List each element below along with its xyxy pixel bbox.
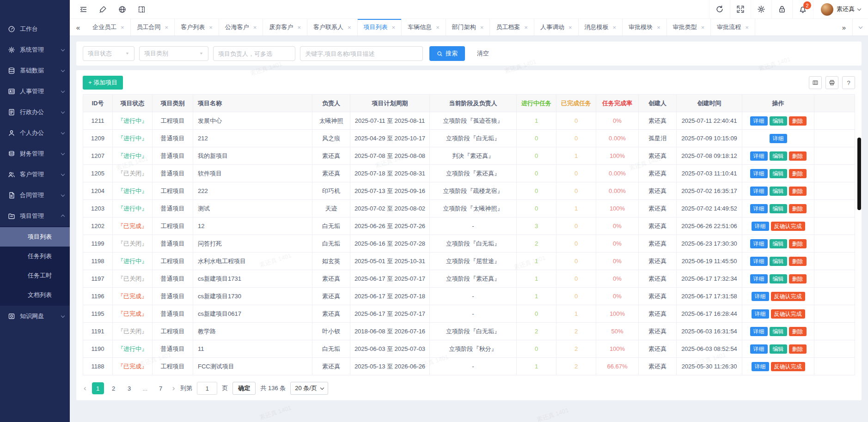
column-header[interactable]: ID号 [83, 95, 113, 112]
close-tab-icon[interactable]: × [297, 24, 301, 31]
column-header[interactable]: 项目状态 [113, 95, 153, 112]
close-tab-icon[interactable]: × [701, 24, 705, 31]
sidebar-item-project[interactable]: 项目管理 [0, 205, 70, 226]
page-jump-input[interactable] [197, 382, 217, 395]
sidebar-item-doc-list[interactable]: 文档列表 [0, 285, 70, 305]
tab-部门架构[interactable]: 部门架构× [446, 19, 490, 36]
sidebar-item-admin-office[interactable]: 行政办公 [0, 102, 70, 122]
tab-人事调动[interactable]: 人事调动× [534, 19, 579, 36]
revert-button[interactable]: 反确认完成 [771, 362, 805, 371]
tab-客户联系人[interactable]: 客户联系人× [307, 19, 358, 36]
close-tab-icon[interactable]: × [436, 24, 440, 31]
sidebar-item-system[interactable]: 系统管理 [0, 39, 70, 60]
delete-button[interactable]: 删除 [789, 116, 807, 126]
close-tab-icon[interactable]: × [348, 24, 351, 31]
sidebar-item-knowledge-disk[interactable]: 知识网盘 [0, 306, 70, 326]
project-category-select[interactable]: 项目类别 ▼ [139, 46, 208, 61]
gear-icon[interactable] [751, 0, 771, 18]
tab-车辆信息[interactable]: 车辆信息× [402, 19, 446, 36]
close-tab-icon[interactable]: × [524, 24, 528, 31]
close-tab-icon[interactable]: × [568, 24, 572, 31]
column-header[interactable]: 创建时间 [677, 95, 742, 112]
tab-废弃客户[interactable]: 废弃客户× [263, 19, 307, 36]
detail-button[interactable]: 详细 [750, 187, 768, 196]
delete-button[interactable]: 删除 [789, 204, 807, 213]
detail-button[interactable]: 详细 [770, 134, 787, 143]
detail-button[interactable]: 详细 [752, 292, 769, 301]
delete-button[interactable]: 删除 [789, 327, 807, 336]
column-header[interactable]: 操作 [742, 95, 814, 112]
detail-button[interactable]: 详细 [750, 327, 768, 336]
theme-brush-icon[interactable] [93, 0, 112, 18]
detail-button[interactable]: 详细 [752, 362, 769, 371]
edit-button[interactable]: 编辑 [770, 116, 787, 126]
sidebar-item-project-list[interactable]: 项目列表 [0, 227, 70, 247]
edit-button[interactable]: 编辑 [770, 187, 787, 196]
scrollbar-thumb[interactable] [857, 138, 861, 210]
page-button-3[interactable]: 3 [123, 382, 135, 394]
printer-icon[interactable] [825, 76, 838, 89]
detail-button[interactable]: 详细 [750, 274, 768, 283]
tab-消息模板[interactable]: 消息模板× [579, 19, 623, 36]
project-owner-input[interactable] [213, 46, 295, 61]
sidebar-item-personal-office[interactable]: 个人办公 [0, 122, 70, 143]
tab-审批类型[interactable]: 审批类型× [667, 19, 711, 36]
column-header[interactable]: 项目名称 [193, 95, 312, 112]
close-tab-icon[interactable]: × [613, 24, 617, 31]
close-tab-icon[interactable]: × [657, 24, 660, 31]
detail-button[interactable]: 详细 [750, 204, 768, 213]
delete-button[interactable]: 删除 [789, 239, 807, 248]
delete-button[interactable]: 删除 [789, 257, 807, 266]
collapse-menu-icon[interactable] [73, 0, 93, 18]
tab-项目列表[interactable]: 项目列表× [358, 19, 402, 36]
tab-审批模块[interactable]: 审批模块× [623, 19, 667, 36]
detail-button[interactable]: 详细 [750, 116, 768, 126]
page-size-select[interactable]: 20 条/页 [290, 382, 328, 395]
close-tab-icon[interactable]: × [121, 24, 124, 31]
tabs-dropdown[interactable] [852, 19, 868, 36]
close-tab-icon[interactable]: × [745, 24, 749, 31]
close-tab-icon[interactable]: × [209, 24, 213, 31]
sidebar-item-basic-data[interactable]: 基础数据 [0, 60, 70, 81]
tab-公海客户[interactable]: 公海客户× [219, 19, 263, 36]
detail-button[interactable]: 详细 [752, 222, 769, 231]
sidebar-item-finance[interactable]: 财务管理 [0, 143, 70, 164]
detail-button[interactable]: 详细 [752, 309, 769, 319]
tab-企业员工[interactable]: 企业员工× [86, 19, 131, 36]
column-header[interactable]: 创建人 [639, 95, 677, 112]
revert-button[interactable]: 反确认完成 [771, 222, 805, 231]
project-status-select[interactable]: 项目状态 ▼ [83, 46, 134, 61]
tab-员工合同[interactable]: 员工合同× [131, 19, 175, 36]
clear-button[interactable]: 清空 [477, 49, 489, 58]
next-page-icon[interactable]: › [171, 384, 176, 393]
edit-button[interactable]: 编辑 [770, 151, 787, 161]
tabs-scroll-right-icon[interactable]: » [836, 19, 852, 36]
revert-button[interactable]: 反确认完成 [771, 292, 805, 301]
globe-icon[interactable] [112, 0, 132, 18]
bell-icon[interactable]: 2 [792, 0, 813, 18]
detail-button[interactable]: 详细 [750, 257, 768, 266]
edit-button[interactable]: 编辑 [770, 204, 787, 213]
detail-button[interactable]: 详细 [750, 239, 768, 248]
sidebar-item-task-list[interactable]: 任务列表 [0, 247, 70, 266]
column-header[interactable]: 项目类别 [153, 95, 193, 112]
close-tab-icon[interactable]: × [165, 24, 169, 31]
close-tab-icon[interactable]: × [253, 24, 257, 31]
help-icon[interactable]: ? [842, 76, 855, 89]
column-header[interactable]: 进行中任务 [517, 95, 556, 112]
search-button[interactable]: 搜索 [429, 46, 465, 61]
delete-button[interactable]: 删除 [789, 187, 807, 196]
columns-icon[interactable] [809, 76, 822, 89]
user-menu[interactable]: 素还真 [813, 0, 868, 18]
tab-员工档案[interactable]: 员工档案× [490, 19, 534, 36]
edit-button[interactable]: 编辑 [770, 274, 787, 283]
column-header[interactable]: 负责人 [312, 95, 350, 112]
detail-button[interactable]: 详细 [750, 151, 768, 161]
edit-button[interactable]: 编辑 [770, 257, 787, 266]
edit-button[interactable]: 编辑 [770, 327, 787, 336]
page-button-2[interactable]: 2 [108, 382, 120, 394]
sidebar-item-hr[interactable]: 人事管理 [0, 81, 70, 102]
sidebar-item-workbench[interactable]: 工作台 [0, 18, 70, 39]
tab-客户列表[interactable]: 客户列表× [175, 19, 219, 36]
sidebar-item-customer[interactable]: 客户管理 [0, 164, 70, 185]
